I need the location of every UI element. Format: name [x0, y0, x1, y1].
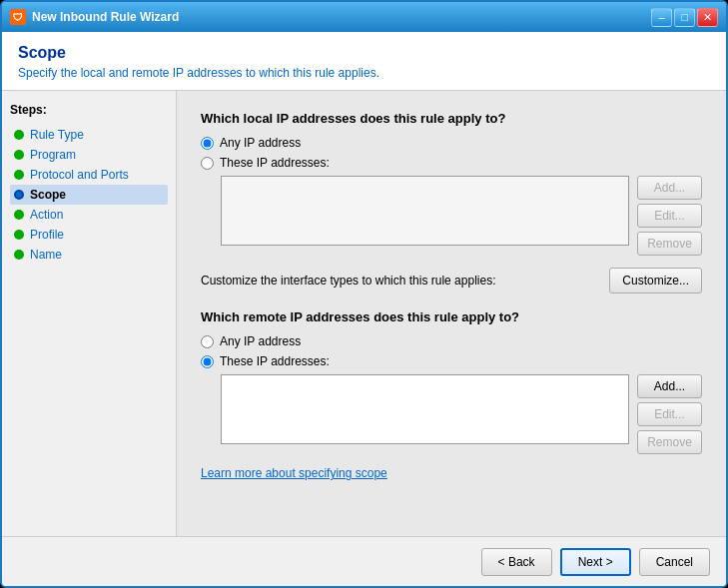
local-ip-any-label: Any IP address	[220, 136, 301, 150]
local-ip-input-area: Add... Edit... Remove	[221, 176, 702, 256]
local-ip-buttons: Add... Edit... Remove	[637, 176, 702, 256]
title-bar-controls: – □ ✕	[651, 8, 718, 27]
sidebar: Steps: Rule Type Program Protocol and Po…	[2, 91, 177, 536]
subtitle-link: which this rule applies	[256, 66, 376, 80]
maximize-button[interactable]: □	[674, 8, 695, 27]
remote-ip-these-label: These IP addresses:	[220, 354, 330, 368]
dot-icon	[14, 190, 24, 200]
main-panel: Which local IP addresses does this rule …	[177, 91, 726, 536]
local-ip-these-row: These IP addresses:	[201, 156, 702, 170]
page-subtitle: Specify the local and remote IP addresse…	[18, 66, 710, 80]
customize-row: Customize the interface types to which t…	[201, 268, 702, 294]
learn-more-link[interactable]: Learn more about specifying scope	[201, 466, 702, 480]
local-ip-remove-button[interactable]: Remove	[637, 232, 702, 256]
remote-ip-input-area: Add... Edit... Remove	[221, 374, 702, 454]
remote-ip-edit-button[interactable]: Edit...	[637, 402, 702, 426]
sidebar-item-label: Protocol and Ports	[30, 168, 129, 182]
sidebar-item-label: Name	[30, 248, 62, 262]
remote-ip-question: Which remote IP addresses does this rule…	[201, 309, 702, 324]
sidebar-item-protocol-ports[interactable]: Protocol and Ports	[10, 165, 168, 185]
local-ip-question: Which local IP addresses does this rule …	[201, 111, 702, 126]
sidebar-item-rule-type[interactable]: Rule Type	[10, 125, 168, 145]
local-ip-any-row: Any IP address	[201, 136, 702, 150]
local-ip-add-button[interactable]: Add...	[637, 176, 702, 200]
dot-icon	[14, 150, 24, 160]
remote-ip-any-row: Any IP address	[201, 334, 702, 348]
dot-icon	[14, 170, 24, 180]
footer: < Back Next > Cancel	[2, 536, 726, 586]
sidebar-item-label: Scope	[30, 188, 66, 202]
remote-ip-radio-group: Any IP address These IP addresses:	[201, 334, 702, 368]
local-ip-textarea[interactable]	[221, 176, 629, 246]
remote-ip-any-label: Any IP address	[220, 334, 301, 348]
dot-icon	[14, 210, 24, 220]
dot-icon	[14, 230, 24, 240]
subtitle-text-before: Specify the local and remote IP addresse…	[18, 66, 256, 80]
back-button[interactable]: < Back	[481, 548, 552, 576]
local-ip-these-radio[interactable]	[201, 157, 214, 170]
local-ip-any-radio[interactable]	[201, 137, 214, 150]
dot-icon	[14, 250, 24, 260]
sidebar-item-label: Action	[30, 208, 63, 222]
local-ip-these-label: These IP addresses:	[220, 156, 330, 170]
header: Scope Specify the local and remote IP ad…	[2, 32, 726, 91]
title-bar: 🛡 New Inbound Rule Wizard – □ ✕	[2, 2, 726, 32]
local-ip-radio-group: Any IP address These IP addresses:	[201, 136, 702, 170]
subtitle-text-after: .	[376, 66, 379, 80]
remote-ip-remove-button[interactable]: Remove	[637, 430, 702, 454]
page-title: Scope	[18, 44, 710, 62]
sidebar-title: Steps:	[10, 103, 168, 117]
window-title: New Inbound Rule Wizard	[32, 10, 651, 24]
customize-button[interactable]: Customize...	[609, 268, 702, 294]
sidebar-item-name[interactable]: Name	[10, 245, 168, 265]
remote-ip-these-radio[interactable]	[201, 355, 214, 368]
remote-ip-any-radio[interactable]	[201, 335, 214, 348]
local-ip-edit-button[interactable]: Edit...	[637, 204, 702, 228]
next-button[interactable]: Next >	[560, 548, 631, 576]
sidebar-item-program[interactable]: Program	[10, 145, 168, 165]
sidebar-item-label: Profile	[30, 228, 64, 242]
wizard-window: 🛡 New Inbound Rule Wizard – □ ✕ Scope Sp…	[0, 0, 728, 588]
remote-ip-add-button[interactable]: Add...	[637, 374, 702, 398]
sidebar-item-label: Rule Type	[30, 128, 84, 142]
cancel-button[interactable]: Cancel	[639, 548, 710, 576]
remote-ip-these-row: These IP addresses:	[201, 354, 702, 368]
dot-icon	[14, 130, 24, 140]
content-area: Steps: Rule Type Program Protocol and Po…	[2, 91, 726, 536]
remote-ip-buttons: Add... Edit... Remove	[637, 374, 702, 454]
sidebar-item-scope[interactable]: Scope	[10, 185, 168, 205]
close-button[interactable]: ✕	[697, 8, 718, 27]
sidebar-item-label: Program	[30, 148, 76, 162]
minimize-button[interactable]: –	[651, 8, 672, 27]
sidebar-item-action[interactable]: Action	[10, 205, 168, 225]
customize-label: Customize the interface types to which t…	[201, 274, 495, 288]
remote-ip-textarea[interactable]	[221, 374, 629, 444]
window-icon: 🛡	[10, 9, 26, 25]
sidebar-item-profile[interactable]: Profile	[10, 225, 168, 245]
